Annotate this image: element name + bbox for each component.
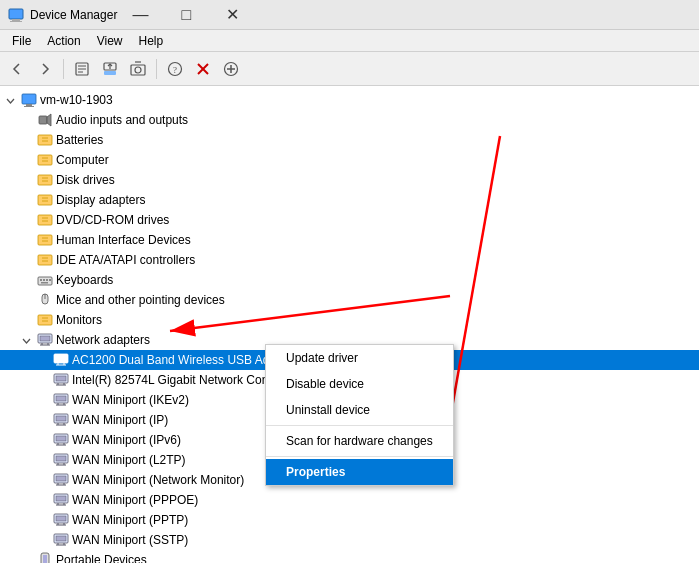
ctx-scan-hardware[interactable]: Scan for hardware changes: [266, 428, 453, 454]
item-label-networkadapters: Network adapters: [56, 333, 150, 347]
delete-button[interactable]: [190, 56, 216, 82]
svg-rect-0: [9, 9, 23, 19]
item-label-wan_ip: WAN Miniport (IP): [72, 413, 168, 427]
tree-item-wan_sstp[interactable]: WAN Miniport (SSTP): [0, 530, 699, 550]
item-label-wan_ikev2: WAN Miniport (IKEv2): [72, 393, 189, 407]
svg-rect-77: [56, 416, 66, 421]
svg-rect-62: [56, 356, 66, 361]
menu-item-action[interactable]: Action: [39, 32, 88, 50]
forward-button[interactable]: [32, 56, 58, 82]
scan-hardware-button[interactable]: [125, 56, 151, 82]
title-bar-icon: [8, 7, 24, 23]
item-label-batteries: Batteries: [56, 133, 103, 147]
close-button[interactable]: ✕: [209, 0, 255, 30]
menu-item-help[interactable]: Help: [131, 32, 172, 50]
svg-point-11: [135, 67, 141, 73]
toolbar-separator-2: [156, 59, 157, 79]
tree-item-displayadapters[interactable]: Display adapters: [0, 190, 699, 210]
svg-rect-21: [24, 106, 34, 107]
item-icon-wan_ipv6: [53, 432, 69, 448]
item-label-wan_monitor: WAN Miniport (Network Monitor): [72, 473, 244, 487]
context-menu: Update driver Disable device Uninstall d…: [265, 344, 454, 486]
item-label-portable: Portable Devices: [56, 553, 147, 563]
item-icon-diskdrives: [37, 172, 53, 188]
svg-rect-22: [39, 116, 47, 124]
item-label-audio: Audio inputs and outputs: [56, 113, 188, 127]
item-icon-audio: [37, 112, 53, 128]
menu-item-file[interactable]: File: [4, 32, 39, 50]
svg-rect-53: [38, 315, 52, 325]
tree-item-batteries[interactable]: Batteries: [0, 130, 699, 150]
expand-btn-root[interactable]: [2, 92, 18, 108]
update-driver-button[interactable]: [97, 56, 123, 82]
item-label-mice: Mice and other pointing devices: [56, 293, 225, 307]
item-icon-ide: [37, 252, 53, 268]
item-icon-intel: [53, 372, 69, 388]
item-icon-mice: [37, 292, 53, 308]
svg-rect-67: [56, 376, 66, 381]
item-icon-batteries: [37, 132, 53, 148]
svg-rect-42: [38, 255, 52, 265]
item-label-root: vm-w10-1903: [40, 93, 113, 107]
tree-item-audio[interactable]: Audio inputs and outputs: [0, 110, 699, 130]
svg-rect-97: [56, 496, 66, 501]
ctx-disable-device[interactable]: Disable device: [266, 371, 453, 397]
ctx-separator-1: [266, 425, 453, 426]
tree-item-wan_pppoe[interactable]: WAN Miniport (PPPOE): [0, 490, 699, 510]
svg-rect-39: [38, 235, 52, 245]
tree-item-computer[interactable]: Computer: [0, 150, 699, 170]
add-device-button[interactable]: [218, 56, 244, 82]
item-icon-wan_ikev2: [53, 392, 69, 408]
toolbar: ?: [0, 52, 699, 86]
title-bar-controls: — □ ✕: [117, 0, 255, 30]
svg-rect-102: [56, 516, 66, 521]
tree-item-wan_pptp[interactable]: WAN Miniport (PPTP): [0, 510, 699, 530]
svg-rect-87: [56, 456, 66, 461]
help-button[interactable]: ?: [162, 56, 188, 82]
item-icon-root: [21, 92, 37, 108]
tree-item-root[interactable]: vm-w10-1903: [0, 90, 699, 110]
item-label-keyboards: Keyboards: [56, 273, 113, 287]
svg-rect-36: [38, 215, 52, 225]
item-icon-computer: [37, 152, 53, 168]
back-button[interactable]: [4, 56, 30, 82]
item-icon-wan_l2tp: [53, 452, 69, 468]
tree-view[interactable]: vm-w10-1903Audio inputs and outputsBatte…: [0, 86, 699, 563]
tree-item-ide[interactable]: IDE ATA/ATAPI controllers: [0, 250, 699, 270]
expand-btn-networkadapters[interactable]: [18, 332, 34, 348]
item-label-monitors: Monitors: [56, 313, 102, 327]
svg-rect-19: [22, 94, 36, 104]
tree-item-diskdrives[interactable]: Disk drives: [0, 170, 699, 190]
svg-rect-27: [38, 155, 52, 165]
svg-rect-92: [56, 476, 66, 481]
toolbar-separator-1: [63, 59, 64, 79]
minimize-button[interactable]: —: [117, 0, 163, 30]
ctx-update-driver[interactable]: Update driver: [266, 345, 453, 371]
ctx-properties[interactable]: Properties: [266, 459, 453, 485]
tree-item-dvdrom[interactable]: DVD/CD-ROM drives: [0, 210, 699, 230]
item-label-wan_ipv6: WAN Miniport (IPv6): [72, 433, 181, 447]
item-label-ide: IDE ATA/ATAPI controllers: [56, 253, 195, 267]
tree-item-hid[interactable]: Human Interface Devices: [0, 230, 699, 250]
item-icon-ac1200: [53, 352, 69, 368]
item-label-wan_pppoe: WAN Miniport (PPPOE): [72, 493, 198, 507]
properties-button[interactable]: [69, 56, 95, 82]
ctx-uninstall-device[interactable]: Uninstall device: [266, 397, 453, 423]
tree-item-keyboards[interactable]: Keyboards: [0, 270, 699, 290]
menu-item-view[interactable]: View: [89, 32, 131, 50]
tree-item-monitors[interactable]: Monitors: [0, 310, 699, 330]
tree-item-portable[interactable]: Portable Devices: [0, 550, 699, 563]
item-icon-keyboards: [37, 272, 53, 288]
item-icon-displayadapters: [37, 192, 53, 208]
item-label-diskdrives: Disk drives: [56, 173, 115, 187]
title-bar-title: Device Manager: [30, 8, 117, 22]
maximize-button[interactable]: □: [163, 0, 209, 30]
svg-rect-107: [56, 536, 66, 541]
svg-rect-47: [43, 279, 45, 281]
item-label-dvdrom: DVD/CD-ROM drives: [56, 213, 169, 227]
item-icon-wan_ip: [53, 412, 69, 428]
item-icon-wan_monitor: [53, 472, 69, 488]
item-label-computer: Computer: [56, 153, 109, 167]
tree-item-mice[interactable]: Mice and other pointing devices: [0, 290, 699, 310]
menu-bar: File Action View Help: [0, 30, 699, 52]
